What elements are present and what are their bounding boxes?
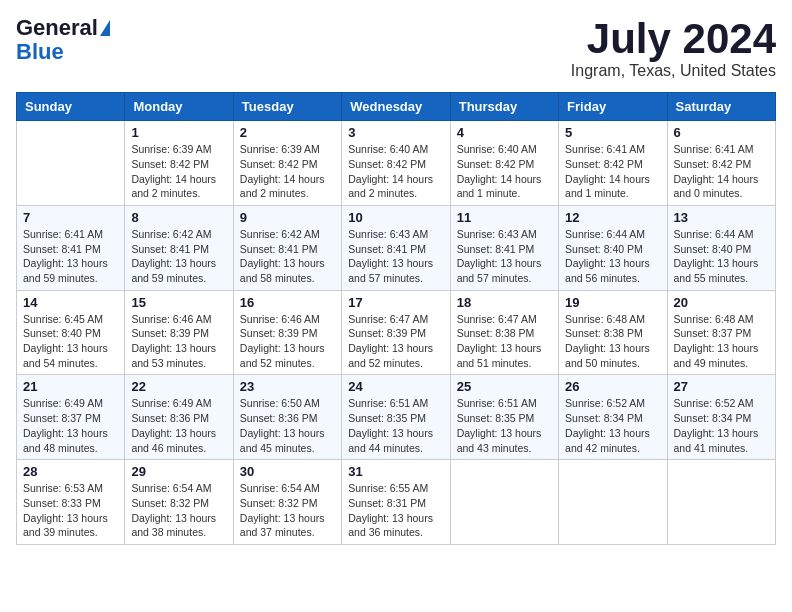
cell-info: Sunrise: 6:51 AM [457,396,552,411]
cell-info: Daylight: 13 hours [240,256,335,271]
cell-info: Daylight: 13 hours [131,341,226,356]
cell-info: and 43 minutes. [457,441,552,456]
cell-info: Sunset: 8:40 PM [23,326,118,341]
calendar-day-23: 23Sunrise: 6:50 AMSunset: 8:36 PMDayligh… [233,375,341,460]
day-number: 10 [348,210,443,225]
calendar-day-20: 20Sunrise: 6:48 AMSunset: 8:37 PMDayligh… [667,290,775,375]
cell-info: Daylight: 13 hours [348,341,443,356]
logo-text-general: General [16,16,98,40]
cell-info: Daylight: 13 hours [240,426,335,441]
cell-info: Sunset: 8:41 PM [348,242,443,257]
cell-info: Daylight: 13 hours [565,426,660,441]
calendar-day-15: 15Sunrise: 6:46 AMSunset: 8:39 PMDayligh… [125,290,233,375]
calendar-day-5: 5Sunrise: 6:41 AMSunset: 8:42 PMDaylight… [559,121,667,206]
empty-cell [450,460,558,545]
calendar-day-21: 21Sunrise: 6:49 AMSunset: 8:37 PMDayligh… [17,375,125,460]
cell-info: Sunrise: 6:51 AM [348,396,443,411]
cell-info: Daylight: 13 hours [240,341,335,356]
cell-info: Sunset: 8:35 PM [348,411,443,426]
cell-info: Daylight: 13 hours [23,256,118,271]
cell-info: Sunset: 8:42 PM [565,157,660,172]
calendar-day-14: 14Sunrise: 6:45 AMSunset: 8:40 PMDayligh… [17,290,125,375]
day-header-monday: Monday [125,93,233,121]
day-number: 21 [23,379,118,394]
cell-info: Sunset: 8:39 PM [240,326,335,341]
cell-info: and 0 minutes. [674,186,769,201]
cell-info: and 1 minute. [565,186,660,201]
cell-info: Sunset: 8:41 PM [23,242,118,257]
calendar-day-13: 13Sunrise: 6:44 AMSunset: 8:40 PMDayligh… [667,205,775,290]
cell-info: and 52 minutes. [348,356,443,371]
cell-info: Daylight: 13 hours [240,511,335,526]
calendar-day-6: 6Sunrise: 6:41 AMSunset: 8:42 PMDaylight… [667,121,775,206]
cell-info: Daylight: 13 hours [348,426,443,441]
cell-info: Sunset: 8:34 PM [565,411,660,426]
cell-info: Sunset: 8:38 PM [457,326,552,341]
cell-info: Daylight: 13 hours [348,511,443,526]
cell-info: Sunset: 8:39 PM [131,326,226,341]
page-header: General Blue July 2024 Ingram, Texas, Un… [16,16,776,80]
day-header-sunday: Sunday [17,93,125,121]
day-header-saturday: Saturday [667,93,775,121]
cell-info: Sunset: 8:34 PM [674,411,769,426]
cell-info: and 50 minutes. [565,356,660,371]
cell-info: and 56 minutes. [565,271,660,286]
cell-info: Daylight: 13 hours [674,426,769,441]
cell-info: Daylight: 13 hours [565,341,660,356]
cell-info: Sunrise: 6:43 AM [348,227,443,242]
calendar-day-25: 25Sunrise: 6:51 AMSunset: 8:35 PMDayligh… [450,375,558,460]
cell-info: Sunset: 8:42 PM [674,157,769,172]
calendar-day-16: 16Sunrise: 6:46 AMSunset: 8:39 PMDayligh… [233,290,341,375]
day-number: 8 [131,210,226,225]
logo-text-blue: Blue [16,40,64,64]
cell-info: Sunset: 8:40 PM [565,242,660,257]
calendar-day-31: 31Sunrise: 6:55 AMSunset: 8:31 PMDayligh… [342,460,450,545]
cell-info: Sunset: 8:40 PM [674,242,769,257]
calendar-day-17: 17Sunrise: 6:47 AMSunset: 8:39 PMDayligh… [342,290,450,375]
cell-info: Sunset: 8:39 PM [348,326,443,341]
day-number: 4 [457,125,552,140]
day-number: 24 [348,379,443,394]
cell-info: Daylight: 13 hours [23,426,118,441]
empty-cell [17,121,125,206]
cell-info: Sunset: 8:42 PM [240,157,335,172]
cell-info: Daylight: 13 hours [565,256,660,271]
cell-info: and 59 minutes. [131,271,226,286]
cell-info: Sunrise: 6:42 AM [240,227,335,242]
cell-info: and 37 minutes. [240,525,335,540]
cell-info: Sunrise: 6:41 AM [23,227,118,242]
cell-info: Sunset: 8:32 PM [240,496,335,511]
cell-info: Sunset: 8:37 PM [674,326,769,341]
day-number: 20 [674,295,769,310]
cell-info: and 42 minutes. [565,441,660,456]
calendar-week-row: 7Sunrise: 6:41 AMSunset: 8:41 PMDaylight… [17,205,776,290]
calendar-day-28: 28Sunrise: 6:53 AMSunset: 8:33 PMDayligh… [17,460,125,545]
day-number: 5 [565,125,660,140]
day-number: 13 [674,210,769,225]
calendar-week-row: 28Sunrise: 6:53 AMSunset: 8:33 PMDayligh… [17,460,776,545]
day-number: 28 [23,464,118,479]
day-number: 6 [674,125,769,140]
cell-info: and 1 minute. [457,186,552,201]
cell-info: Sunrise: 6:48 AM [674,312,769,327]
cell-info: Daylight: 13 hours [348,256,443,271]
day-number: 19 [565,295,660,310]
day-number: 26 [565,379,660,394]
cell-info: Sunrise: 6:48 AM [565,312,660,327]
day-number: 9 [240,210,335,225]
location-text: Ingram, Texas, United States [571,62,776,80]
cell-info: and 57 minutes. [457,271,552,286]
day-number: 7 [23,210,118,225]
cell-info: Daylight: 14 hours [674,172,769,187]
logo: General Blue [16,16,110,64]
cell-info: and 49 minutes. [674,356,769,371]
day-number: 2 [240,125,335,140]
calendar-day-18: 18Sunrise: 6:47 AMSunset: 8:38 PMDayligh… [450,290,558,375]
cell-info: Sunrise: 6:43 AM [457,227,552,242]
cell-info: Sunrise: 6:49 AM [23,396,118,411]
day-number: 12 [565,210,660,225]
cell-info: and 2 minutes. [131,186,226,201]
day-header-wednesday: Wednesday [342,93,450,121]
calendar-day-10: 10Sunrise: 6:43 AMSunset: 8:41 PMDayligh… [342,205,450,290]
calendar-day-8: 8Sunrise: 6:42 AMSunset: 8:41 PMDaylight… [125,205,233,290]
